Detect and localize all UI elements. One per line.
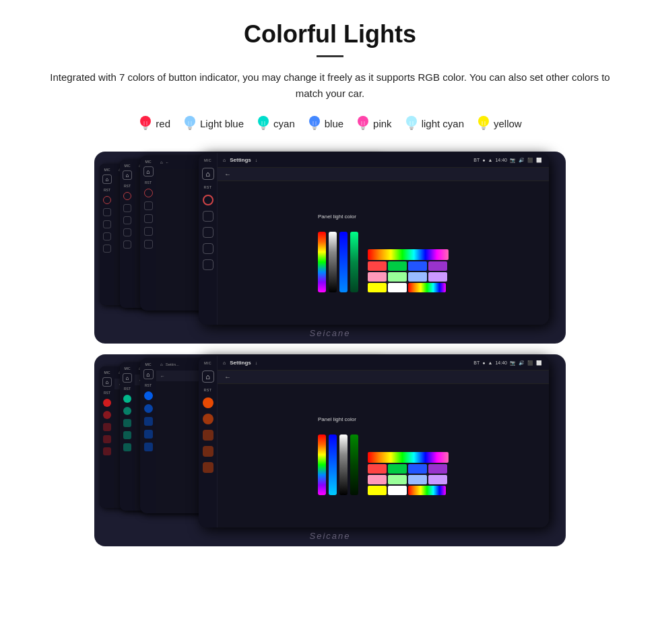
top-main-device: MIC ⌂ RST ⌂ Settings ↓ BT●▲14:4 bbox=[199, 153, 549, 325]
color-indicators-row: red Light blue cyan bbox=[27, 114, 633, 133]
bottom-device-section: MIC ⌂ RST ⌂Settin... ← MIC bbox=[94, 354, 566, 546]
color-label-blue: blue bbox=[325, 118, 343, 129]
color-label-yellow: yellow bbox=[494, 118, 522, 129]
red-bulb-icon bbox=[138, 114, 153, 133]
svg-rect-16 bbox=[312, 127, 317, 129]
watermark-top: Seicane bbox=[310, 328, 351, 338]
color-item-yellow: yellow bbox=[476, 114, 522, 133]
color-label-red: red bbox=[156, 118, 170, 129]
color-label-pink: pink bbox=[373, 118, 392, 129]
svg-rect-21 bbox=[361, 127, 365, 129]
svg-rect-26 bbox=[409, 127, 414, 129]
header-section: Colorful Lights Integrated with 7 colors… bbox=[27, 20, 633, 102]
color-label-lightcyan: light cyan bbox=[422, 118, 464, 129]
svg-point-20 bbox=[358, 116, 368, 127]
color-label-cyan: cyan bbox=[273, 118, 295, 129]
color-item-lightblue: Light blue bbox=[183, 114, 244, 133]
page-container: Colorful Lights Integrated with 7 colors… bbox=[0, 0, 660, 571]
color-item-lightcyan: light cyan bbox=[404, 114, 464, 133]
svg-point-5 bbox=[185, 116, 195, 127]
svg-rect-22 bbox=[362, 129, 364, 130]
yellow-bulb-icon bbox=[476, 114, 491, 133]
lightcyan-bulb-icon bbox=[404, 114, 419, 133]
panel-label-top: Panel light color bbox=[318, 214, 356, 220]
svg-point-10 bbox=[258, 116, 269, 127]
bottom-main-device: MIC ⌂ RST ⌂ Settings ↓ BT●▲14:4 bbox=[199, 356, 549, 527]
svg-rect-1 bbox=[143, 127, 147, 129]
svg-point-15 bbox=[309, 116, 320, 127]
svg-point-30 bbox=[478, 116, 489, 127]
svg-rect-7 bbox=[189, 129, 191, 130]
top-device-section: MIC ⌂ RST ⌂← MIC ⌂ bbox=[94, 152, 566, 344]
svg-rect-11 bbox=[261, 127, 265, 129]
lightblue-bulb-icon bbox=[183, 114, 197, 133]
svg-rect-2 bbox=[144, 129, 147, 130]
svg-rect-27 bbox=[410, 129, 413, 130]
description-text: Integrated with 7 colors of button indic… bbox=[40, 69, 620, 102]
page-title: Colorful Lights bbox=[27, 20, 633, 49]
svg-point-25 bbox=[406, 116, 417, 127]
svg-rect-32 bbox=[482, 129, 485, 130]
svg-rect-31 bbox=[482, 127, 486, 129]
panel-label-bottom: Panel light color bbox=[318, 416, 356, 422]
blue-bulb-icon bbox=[307, 114, 322, 133]
watermark-bottom: Seicane bbox=[310, 531, 351, 541]
svg-rect-17 bbox=[313, 129, 316, 130]
cyan-bulb-icon bbox=[256, 114, 271, 133]
svg-rect-6 bbox=[188, 127, 192, 129]
svg-point-0 bbox=[140, 116, 151, 127]
color-label-lightblue: Light blue bbox=[200, 118, 244, 129]
title-divider bbox=[317, 55, 343, 57]
color-item-cyan: cyan bbox=[256, 114, 295, 133]
pink-bulb-icon bbox=[356, 114, 370, 133]
svg-rect-12 bbox=[262, 129, 265, 130]
color-item-red: red bbox=[138, 114, 170, 133]
color-item-blue: blue bbox=[307, 114, 343, 133]
color-item-pink: pink bbox=[356, 114, 392, 133]
